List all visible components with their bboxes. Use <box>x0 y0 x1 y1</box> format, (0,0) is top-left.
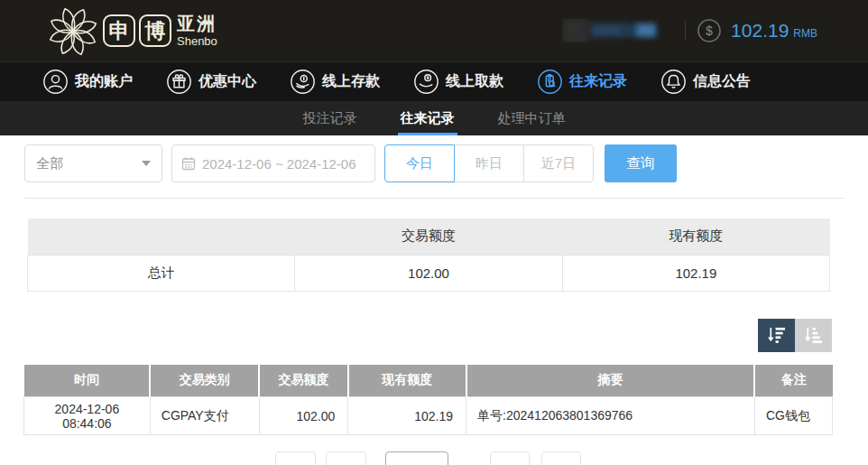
filter-row: 全部 2024-12-06 ~ 2024-12-06 今日 昨日 近7日 查询 <box>0 144 868 182</box>
record-amount: 102.00 <box>259 397 348 435</box>
calendar-icon <box>181 156 196 171</box>
record-remark: CG钱包 <box>754 397 832 435</box>
summary-total-amount: 102.00 <box>295 255 562 291</box>
summary-total-label: 总计 <box>28 255 295 291</box>
records-header-type: 交易类别 <box>150 365 259 397</box>
summary-header-row: 交易额度 现有额度 <box>28 219 830 255</box>
sort-descending-icon <box>766 326 787 345</box>
search-button[interactable]: 查询 <box>605 144 677 182</box>
pagination-button-first[interactable] <box>275 451 316 465</box>
summary-total-row: 总计 102.00 102.19 <box>28 255 830 291</box>
nav-label: 线上取款 <box>446 72 503 91</box>
summary-header-empty <box>28 219 295 255</box>
deposit-icon <box>291 70 315 94</box>
logo-char-bo: 博 <box>139 14 171 47</box>
type-select[interactable]: 全部 <box>24 144 162 182</box>
records-table: 时间 交易类别 交易额度 现有额度 摘要 备注 2024-12-06 08:44… <box>23 365 833 436</box>
summary-table: 交易额度 现有额度 总计 102.00 102.19 <box>27 219 830 292</box>
nav-label: 线上存款 <box>322 72 380 91</box>
tab-transaction-records[interactable]: 往来记录 <box>398 101 457 135</box>
section-divider <box>24 198 844 199</box>
chevron-down-icon <box>142 161 151 166</box>
last7days-button[interactable]: 近7日 <box>523 144 594 182</box>
flower-logo-icon <box>47 5 99 58</box>
balance-currency: RMB <box>793 27 817 40</box>
records-icon <box>538 70 562 94</box>
summary-total-balance: 102.19 <box>562 255 829 291</box>
header-divider <box>685 21 686 41</box>
tab-processing-orders[interactable]: 处理中订单 <box>495 101 568 135</box>
top-header: 申 博 亚洲 Shenbo $ 102.19 RMB <box>0 0 868 61</box>
logo-characters: 申 博 <box>103 14 171 47</box>
logo-region-label: 亚洲 <box>177 14 217 33</box>
pagination-button-next[interactable] <box>490 451 530 465</box>
site-logo[interactable]: 申 博 亚洲 Shenbo <box>47 4 217 58</box>
record-summary: 单号:202412063801369766 <box>466 397 755 435</box>
sub-nav: 投注记录 往来记录 处理中订单 <box>0 101 868 135</box>
nav-label: 优惠中心 <box>199 72 256 91</box>
sort-ascending-button[interactable] <box>795 319 832 352</box>
records-header-balance: 现有额度 <box>348 365 466 397</box>
sort-ascending-icon <box>803 326 824 345</box>
records-header-row: 时间 交易类别 交易额度 现有额度 摘要 备注 <box>24 365 833 397</box>
type-select-value: 全部 <box>36 155 63 172</box>
nav-label: 往来记录 <box>569 72 627 91</box>
pagination <box>275 451 581 465</box>
nav-item-deposit[interactable]: 线上存款 <box>291 70 380 94</box>
summary-header-balance: 现有额度 <box>562 219 829 255</box>
main-nav: 我的账户 优惠中心 线上存款 线上取款 往来 <box>0 61 868 101</box>
record-type: CGPAY支付 <box>150 397 259 435</box>
today-button[interactable]: 今日 <box>384 144 455 182</box>
account-balance: 102.19 RMB <box>731 20 817 42</box>
bell-icon <box>661 70 686 94</box>
table-row: 2024-12-06 08:44:06 CGPAY支付 102.00 102.1… <box>24 397 833 435</box>
records-header-amount: 交易额度 <box>259 365 348 397</box>
dollar-coin-icon: $ <box>697 18 722 43</box>
tab-betting-records[interactable]: 投注记录 <box>300 101 360 135</box>
nav-label: 我的账户 <box>75 72 133 91</box>
pagination-button-prev[interactable] <box>326 451 366 465</box>
records-header-time: 时间 <box>24 365 151 397</box>
date-range-value: 2024-12-06 ~ 2024-12-06 <box>202 156 356 172</box>
dollar-symbol: $ <box>706 23 713 38</box>
sort-descending-button[interactable] <box>758 319 795 352</box>
date-range-input[interactable]: 2024-12-06 ~ 2024-12-06 <box>171 144 375 182</box>
yesterday-button[interactable]: 昨日 <box>454 144 524 182</box>
logo-subtitle: Shenbo <box>177 35 217 47</box>
gift-icon <box>167 70 191 94</box>
records-header-remark: 备注 <box>754 365 832 397</box>
nav-item-records[interactable]: 往来记录 <box>538 70 627 94</box>
nav-item-announcements[interactable]: 信息公告 <box>661 70 751 94</box>
logo-char-shen: 申 <box>103 14 135 47</box>
user-icon <box>43 70 68 94</box>
nav-item-promotions[interactable]: 优惠中心 <box>167 70 256 94</box>
records-header-summary: 摘要 <box>466 365 755 397</box>
summary-header-amount: 交易额度 <box>295 219 562 255</box>
quick-date-group: 今日 昨日 近7日 <box>384 144 594 182</box>
pagination-page-select[interactable] <box>385 451 448 465</box>
balance-amount: 102.19 <box>731 20 789 42</box>
username-redacted <box>562 19 669 42</box>
pagination-button-last[interactable] <box>541 451 581 465</box>
record-time: 2024-12-06 08:44:06 <box>24 397 151 435</box>
nav-item-withdraw[interactable]: 线上取款 <box>414 70 503 94</box>
record-balance: 102.19 <box>348 397 466 435</box>
nav-label: 信息公告 <box>693 72 751 91</box>
logo-text: 亚洲 Shenbo <box>177 14 217 47</box>
nav-item-my-account[interactable]: 我的账户 <box>43 70 133 94</box>
withdraw-icon <box>414 70 439 94</box>
sort-controls <box>0 319 832 352</box>
